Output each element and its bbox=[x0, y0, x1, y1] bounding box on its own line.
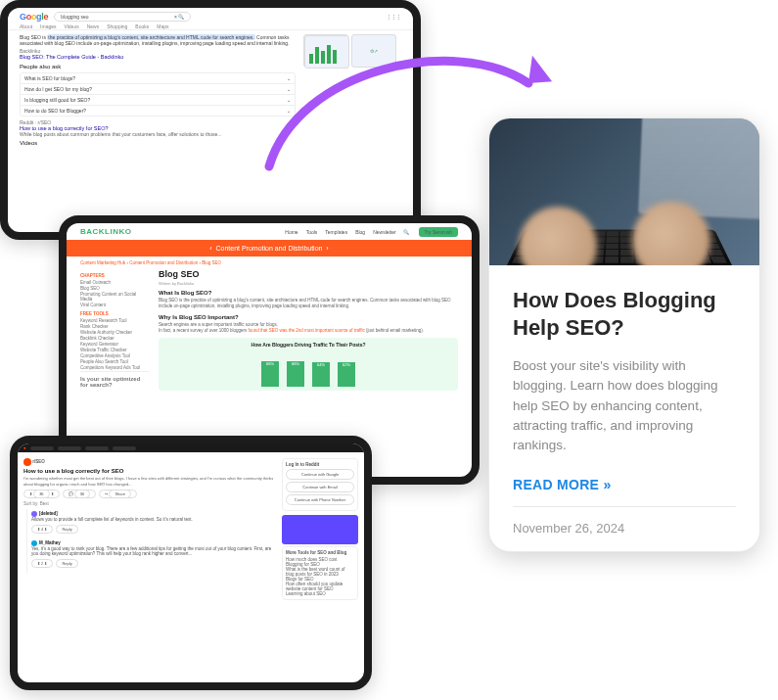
paa-item[interactable]: What is SEO for blogs?⌄ bbox=[21, 73, 295, 84]
sidebar-item[interactable]: Keyword Research Tool bbox=[80, 318, 149, 323]
post-body: I'm wondering whether most get the best … bbox=[23, 476, 276, 487]
sidebar: CHAPTERS Email Outreach Blog SEO Promoti… bbox=[80, 269, 149, 391]
nav-link[interactable]: Blog bbox=[355, 229, 365, 235]
chevron-down-icon: ⌄ bbox=[287, 108, 291, 114]
login-google[interactable]: Continue with Google bbox=[286, 469, 354, 480]
nav-link[interactable]: Templates bbox=[325, 229, 347, 235]
subreddit-avatar[interactable] bbox=[23, 458, 31, 466]
post-actions: ⬆ 36 ⬇ 💬 36 ↪ Share bbox=[23, 490, 276, 498]
vote[interactable]: ⬆ 4 ⬇ bbox=[31, 525, 53, 534]
tab[interactable]: Books bbox=[135, 23, 149, 29]
tab[interactable]: About bbox=[20, 23, 32, 29]
snippet-link[interactable]: Blog SEO: The Complete Guide - Backlinko bbox=[20, 54, 296, 60]
divider bbox=[513, 506, 736, 507]
tab[interactable]: Images bbox=[40, 23, 56, 29]
reply[interactable]: Reply bbox=[56, 525, 77, 534]
sidebar-item[interactable]: Rank Checker bbox=[80, 324, 149, 329]
related-card: More Tools for SEO and Blog How much doe… bbox=[282, 546, 358, 600]
card-date: November 26, 2024 bbox=[513, 521, 736, 536]
sidebar-item[interactable]: Keyword Generator bbox=[80, 342, 149, 347]
post-title[interactable]: How to use a blog correctly for SEO bbox=[23, 468, 276, 474]
google-header: Google blogging seo× 🔍 ⋮⋮⋮ bbox=[8, 8, 413, 23]
featured-snippet: Blog SEO is the practice of optimizing a… bbox=[20, 34, 296, 60]
paa-item[interactable]: How do I get SEO for my blog?⌄ bbox=[21, 84, 295, 95]
search-input[interactable]: blogging seo× 🔍 bbox=[54, 12, 191, 22]
comment: [deleted] Allows you to provide a full c… bbox=[26, 509, 276, 538]
videos-heading: Videos bbox=[20, 140, 296, 146]
reddit-topbar: ● bbox=[18, 443, 364, 452]
login-email[interactable]: Continue with Email bbox=[286, 482, 354, 492]
sidebar-item[interactable]: Website Authority Checker bbox=[80, 330, 149, 335]
byline: Written by Backlinko bbox=[159, 281, 458, 286]
people-also-ask: What is SEO for blogs?⌄ How do I get SEO… bbox=[20, 72, 296, 117]
breadcrumb[interactable]: Content Marketing Hub › Content Promotio… bbox=[67, 257, 472, 269]
chevron-down-icon: ⌄ bbox=[287, 86, 291, 92]
image-pack[interactable]: ⚙︎↗ bbox=[303, 34, 401, 68]
tab[interactable]: Shopping bbox=[107, 23, 127, 29]
nav-link[interactable]: Home bbox=[285, 229, 297, 235]
subreddit-link[interactable]: r/SEO bbox=[32, 459, 45, 464]
hero-image bbox=[489, 118, 759, 265]
login-phone[interactable]: Continue with Phone Number bbox=[286, 494, 354, 505]
search-icon[interactable]: 🔍 bbox=[403, 229, 409, 235]
comment: M_Mathey Yes, it's a good way to rank yo… bbox=[26, 538, 276, 573]
related-link[interactable]: What is the best word count of blog post… bbox=[286, 567, 354, 577]
hand-graphic bbox=[519, 207, 597, 265]
sidebar-item[interactable]: Viral Content bbox=[80, 303, 149, 307]
search-icon: × 🔍 bbox=[174, 14, 184, 20]
article-title: Blog SEO bbox=[159, 269, 458, 279]
share-button[interactable]: ↪ Share bbox=[99, 490, 137, 498]
hub-banner: ‹ Content Promotion and Distribution › bbox=[67, 240, 472, 257]
paa-item[interactable]: Is blogging still good for SEO?⌄ bbox=[21, 95, 295, 106]
main-nav: HomeToolsTemplatesBlogNewsletter 🔍 Try S… bbox=[277, 229, 458, 235]
sidebar-item[interactable]: Competitive Analysis Tool bbox=[80, 353, 149, 358]
reddit-feed: r/SEO How to use a blog correctly for SE… bbox=[23, 458, 276, 604]
optimize-cta: Is your site optimized for search? bbox=[80, 371, 149, 388]
sidebar-item[interactable]: Website Traffic Checker bbox=[80, 348, 149, 352]
sidebar-item[interactable]: Competitors Keyword Ads Tool bbox=[80, 365, 149, 370]
login-card: Log In to Reddit Continue with Google Co… bbox=[282, 458, 358, 511]
google-serp-tablet: Google blogging seo× 🔍 ⋮⋮⋮ AboutImagesVi… bbox=[0, 0, 421, 240]
backlinko-logo[interactable]: BACKLINKO bbox=[80, 227, 132, 236]
chevron-down-icon: ⌄ bbox=[287, 75, 291, 81]
comments-button[interactable]: 💬 36 bbox=[63, 490, 97, 498]
reddit-post: r/SEO How to use a blog correctly for SE… bbox=[23, 458, 276, 506]
related-link[interactable]: How often should you update website cont… bbox=[286, 582, 354, 591]
reddit-tablet: ● r/SEO How to use a blog correctly for … bbox=[10, 436, 372, 690]
tab[interactable]: Maps bbox=[157, 23, 168, 29]
reddit-sidebar: Log In to Reddit Continue with Google Co… bbox=[282, 458, 358, 604]
sort-dropdown[interactable]: Sort by: Best bbox=[23, 501, 276, 506]
paa-item[interactable]: How to do SEO for Blogger?⌄ bbox=[21, 106, 295, 116]
traffic-chart: How Are Bloggers Driving Traffic To Thei… bbox=[159, 338, 458, 391]
sidebar-item[interactable]: Promoting Content on Social Media bbox=[80, 292, 149, 302]
upvote-button[interactable]: ⬆ 36 ⬇ bbox=[23, 490, 60, 498]
serp-result[interactable]: Reddit · r/SEO How to use a blog correct… bbox=[20, 119, 296, 137]
sidebar-item[interactable]: Email Outreach bbox=[80, 280, 149, 285]
tab[interactable]: News bbox=[87, 23, 100, 29]
card-title: How Does Blogging Help SEO? bbox=[513, 287, 736, 341]
blog-card[interactable]: How Does Blogging Help SEO? Boost your s… bbox=[488, 117, 760, 552]
card-excerpt: Boost your site's visibility with bloggi… bbox=[513, 356, 736, 455]
serp-tabs: AboutImagesVideosNewsShoppingBooksMaps bbox=[8, 23, 413, 30]
apps-icon[interactable]: ⋮⋮⋮ bbox=[387, 14, 401, 20]
read-more-link[interactable]: READ MORE » bbox=[513, 477, 736, 492]
vote[interactable]: ⬆ 2 ⬇ bbox=[31, 559, 53, 568]
tab[interactable]: Videos bbox=[64, 23, 78, 29]
paa-heading: People also ask bbox=[20, 64, 296, 70]
google-logo: Google bbox=[20, 12, 48, 22]
site-header: BACKLINKO HomeToolsTemplatesBlogNewslett… bbox=[67, 223, 472, 240]
nav-link[interactable]: Tools bbox=[306, 229, 318, 235]
try-semrush-button[interactable]: Try Semrush bbox=[419, 227, 458, 237]
related-link[interactable]: Learning about SEO bbox=[286, 591, 354, 596]
promo-banner[interactable] bbox=[282, 515, 358, 544]
article: Blog SEO Written by Backlinko What Is Bl… bbox=[159, 269, 458, 391]
inline-link[interactable]: found that SEO was the 2nd most importan… bbox=[249, 328, 365, 333]
chevron-down-icon: ⌄ bbox=[287, 97, 291, 103]
nav-link[interactable]: Newsletter bbox=[373, 229, 396, 235]
sidebar-item[interactable]: Backlink Checker bbox=[80, 336, 149, 341]
sidebar-item[interactable]: People Also Search Tool bbox=[80, 359, 149, 364]
reply[interactable]: Reply bbox=[56, 559, 77, 568]
sidebar-item[interactable]: Blog SEO bbox=[80, 286, 149, 291]
